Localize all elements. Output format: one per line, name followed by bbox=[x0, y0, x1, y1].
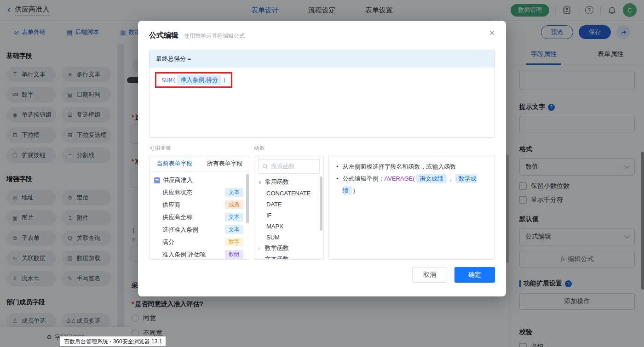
example-function: AVERAGE( bbox=[385, 175, 415, 182]
formula-annotation-box: SUM( 准入条例.得分 ) bbox=[155, 72, 232, 88]
variable-row[interactable]: 满分数字 bbox=[150, 236, 250, 248]
functions-label: 函数 bbox=[254, 144, 265, 152]
function-item-concatenate[interactable]: CONCATENATE bbox=[254, 188, 323, 199]
modal-subtitle: 使用数学运算符编辑公式 bbox=[184, 32, 245, 40]
search-placeholder: 搜索函数 bbox=[271, 162, 295, 171]
text-caret bbox=[159, 76, 159, 84]
type-badge: 文本 bbox=[225, 188, 243, 197]
confirm-button[interactable]: 确定 bbox=[454, 267, 495, 283]
functions-scrollbar[interactable] bbox=[320, 176, 322, 231]
close-icon[interactable]: × bbox=[489, 28, 495, 38]
type-badge: 成员 bbox=[225, 200, 243, 209]
function-group-common[interactable]: ∨常用函数 bbox=[254, 176, 323, 188]
type-badge: 文本 bbox=[225, 213, 243, 222]
variables-panel: 当前表单字段 所有表单字段 供应商准入 供应商状态文本 供应商成员 供应商全称文… bbox=[149, 155, 250, 260]
function-search-input[interactable]: 搜索函数 bbox=[258, 159, 320, 174]
formula-box: 最终总得分 = SUM( 准入条例.得分 ) bbox=[149, 50, 495, 138]
variable-row[interactable]: 供应商状态文本 bbox=[150, 186, 250, 199]
browser-tooltip: 百数后台管理系统 - 360安全浏览器 13.1 bbox=[60, 336, 166, 347]
tab-current-form-fields[interactable]: 当前表单字段 bbox=[150, 155, 200, 171]
variables-scrollbar[interactable] bbox=[246, 174, 249, 223]
function-item-date[interactable]: DATE bbox=[254, 199, 323, 210]
variable-row[interactable]: 准入条例.评估项数组 bbox=[150, 248, 250, 260]
functions-panel: 搜索函数 ∨常用函数 CONCATENATE DATE IF MAPX SUM … bbox=[254, 155, 324, 260]
modal-title: 公式编辑 bbox=[149, 31, 178, 40]
chevron-down-icon: ∨ bbox=[258, 179, 263, 185]
formula-function: SUM( bbox=[161, 77, 176, 84]
formula-edit-modal: 公式编辑 使用数学运算符编辑公式 × 最终总得分 = SUM( 准入条例.得分 … bbox=[138, 21, 506, 296]
variables-label: 可用变量 bbox=[149, 144, 254, 152]
function-item-sum[interactable]: SUM bbox=[254, 232, 323, 243]
example-field-chip: 语文成绩 bbox=[416, 174, 447, 183]
variable-tree-root[interactable]: 供应商准入 bbox=[150, 174, 250, 186]
function-group-math[interactable]: ›数学函数 bbox=[254, 243, 323, 254]
formula-field-chip[interactable]: 准入条例.得分 bbox=[177, 75, 221, 85]
type-badge: 数字 bbox=[225, 238, 243, 246]
help-example: 公式编辑举例：AVERAGE(语文成绩，数学成绩) bbox=[343, 173, 487, 197]
help-tip: 从左侧面板选择字段名和函数，或输入函数 bbox=[343, 161, 456, 173]
formula-editor[interactable]: SUM( 准入条例.得分 ) bbox=[150, 68, 494, 137]
chevron-right-icon: › bbox=[258, 256, 263, 260]
function-group-text[interactable]: ›文本函数 bbox=[254, 254, 323, 260]
formula-close-paren: ) bbox=[223, 77, 226, 84]
chevron-right-icon: › bbox=[258, 245, 263, 251]
type-badge: 文本 bbox=[225, 225, 243, 234]
cancel-button[interactable]: 取消 bbox=[412, 267, 447, 283]
formula-target: 最终总得分 = bbox=[150, 50, 494, 68]
variable-row[interactable]: 供应商成员 bbox=[150, 199, 250, 211]
form-doc-icon bbox=[154, 177, 160, 183]
help-panel: •从左侧面板选择字段名和函数，或输入函数 • 公式编辑举例：AVERAGE(语文… bbox=[328, 155, 495, 260]
function-item-mapx[interactable]: MAPX bbox=[254, 221, 323, 232]
tab-all-form-fields[interactable]: 所有表单字段 bbox=[200, 155, 250, 171]
variable-row[interactable]: 选择准入条例文本 bbox=[150, 223, 250, 236]
search-icon bbox=[262, 164, 268, 170]
variable-row[interactable]: 供应商全称文本 bbox=[150, 211, 250, 223]
function-item-if[interactable]: IF bbox=[254, 210, 323, 221]
type-badge: 数组 bbox=[225, 250, 243, 259]
